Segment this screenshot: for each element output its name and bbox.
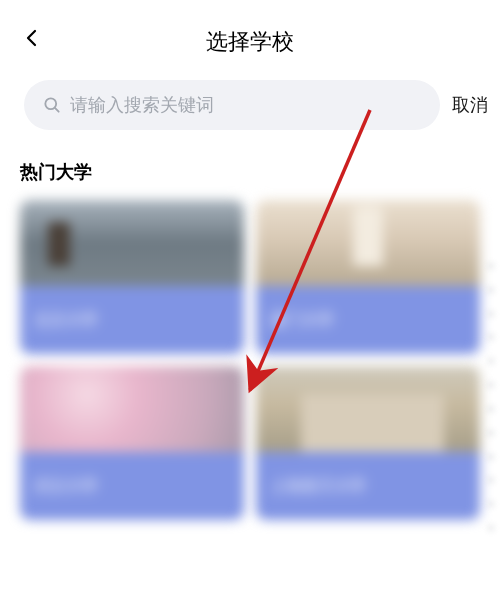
university-image (256, 200, 480, 295)
back-button[interactable] (20, 26, 44, 50)
svg-line-1 (55, 108, 59, 112)
university-name: 上海复旦大学 (270, 476, 366, 497)
university-card[interactable]: 武汉大学 (20, 366, 244, 520)
university-image (256, 366, 480, 461)
chevron-left-icon (20, 26, 44, 50)
university-image (20, 200, 244, 295)
university-card[interactable]: 上海复旦大学 (256, 366, 480, 520)
section-title: 热门大学 (20, 160, 480, 184)
university-name: 厦门大学 (270, 310, 334, 331)
university-image (20, 366, 244, 461)
university-label-area: 武汉大学 (20, 452, 244, 520)
search-placeholder: 请输入搜索关键词 (70, 93, 214, 117)
university-name: 北京大学 (34, 310, 98, 331)
header: 选择学校 (0, 0, 500, 70)
university-card[interactable]: 北京大学 (20, 200, 244, 354)
page-title: 选择学校 (20, 27, 480, 57)
university-label-area: 北京大学 (20, 286, 244, 354)
hot-universities-section: 热门大学 北京大学 厦门大学 武汉大学 上海复旦大学 (0, 140, 500, 520)
university-name: 武汉大学 (34, 476, 98, 497)
university-label-area: 厦门大学 (256, 286, 480, 354)
university-card[interactable]: 厦门大学 (256, 200, 480, 354)
cancel-button[interactable]: 取消 (452, 93, 488, 117)
search-icon (42, 95, 62, 115)
alpha-index-bar[interactable] (486, 260, 496, 534)
search-row: 请输入搜索关键词 取消 (0, 70, 500, 140)
search-input[interactable]: 请输入搜索关键词 (24, 80, 440, 130)
university-grid: 北京大学 厦门大学 武汉大学 上海复旦大学 (20, 200, 480, 520)
university-label-area: 上海复旦大学 (256, 452, 480, 520)
